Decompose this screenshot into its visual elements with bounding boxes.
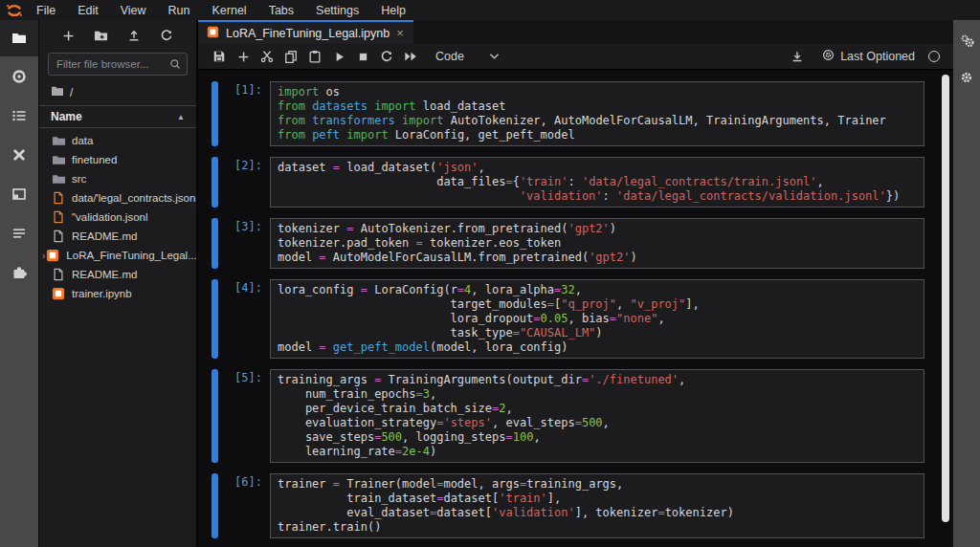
copy-cells-button[interactable] <box>279 50 302 63</box>
file-icon <box>51 267 66 282</box>
file-item[interactable]: ›LoRA_FineTuning_Legal.... <box>39 246 196 265</box>
new-launcher-button[interactable] <box>62 30 75 42</box>
new-folder-button[interactable] <box>94 29 108 43</box>
file-browser-icon[interactable] <box>0 20 38 56</box>
extensions-icon[interactable] <box>0 252 38 292</box>
notebook-content-area: [1]:import os from datasets import load_… <box>198 70 953 547</box>
cell-collapser[interactable] <box>212 157 218 208</box>
file-name: data/'legal_contracts.jsonl <box>72 192 196 204</box>
notebook-icon <box>51 286 66 301</box>
checkpoint-icon <box>822 49 835 64</box>
cell-editor[interactable]: tokenizer = AutoTokenizer.from_pretraine… <box>270 218 924 269</box>
file-item[interactable]: "validation.jsonl <box>39 208 196 227</box>
cell-collapser[interactable] <box>212 369 218 463</box>
notebook-tools-icon[interactable] <box>960 33 974 52</box>
chevron-down-icon <box>489 50 500 63</box>
folder-item[interactable]: src <box>39 169 196 188</box>
paste-cells-button[interactable] <box>303 50 326 63</box>
cell-editor[interactable]: lora_config = LoraConfig(r=4, lora_alpha… <box>270 279 924 359</box>
restart-kernel-button[interactable] <box>375 50 398 63</box>
cell-editor[interactable]: import os from datasets import load_data… <box>270 81 924 146</box>
file-item[interactable]: README.md <box>39 265 196 284</box>
code-cell: [5]:training_args = TrainingArguments(ou… <box>212 369 924 463</box>
cell-execution-prompt: [4]: <box>218 279 270 359</box>
name-column-header[interactable]: Name ▲ <box>39 105 196 128</box>
vertical-scrollbar[interactable] <box>942 75 949 522</box>
menu-item-file[interactable]: File <box>29 4 63 17</box>
cell-editor[interactable]: dataset = load_dataset('json', data_file… <box>270 157 924 208</box>
file-orange-icon <box>51 209 66 225</box>
cell-execution-prompt: [3]: <box>218 218 270 269</box>
cell-collapser[interactable] <box>212 218 218 269</box>
notebook-toolbar: Code Last Optioned <box>198 44 953 70</box>
file-name: finetuned <box>72 154 117 165</box>
property-inspector-icon[interactable] <box>0 135 38 174</box>
menu-item-view[interactable]: View <box>113 4 154 17</box>
file-name: trainer.ipynb <box>72 288 132 299</box>
file-name: data <box>72 135 93 146</box>
file-name: README.md <box>72 230 137 242</box>
save-button[interactable] <box>208 50 231 63</box>
menu-bar: FileEditViewRunKernelTabsSettingsHelp <box>0 0 980 20</box>
file-item[interactable]: data/'legal_contracts.jsonl <box>39 188 196 208</box>
cell-collapser[interactable] <box>212 279 218 359</box>
file-item[interactable]: trainer.ipynb <box>39 284 196 303</box>
menu-item-run[interactable]: Run <box>161 4 198 17</box>
folder-item[interactable]: finetuned <box>39 150 196 169</box>
notebook-panel: LoRA_FineTuning_Legal.ipynb × Code <box>198 20 953 547</box>
cell-editor[interactable]: training_args = TrainingArguments(output… <box>270 369 924 463</box>
search-icon <box>169 56 181 74</box>
code-cell: [4]:lora_config = LoraConfig(r=4, lora_a… <box>212 279 924 359</box>
filter-input[interactable] <box>48 53 188 76</box>
breadcrumb[interactable]: / <box>39 83 196 105</box>
run-cell-button[interactable] <box>327 51 350 63</box>
notebook-tab[interactable]: LoRA_FineTuning_Legal.ipynb × <box>198 20 413 44</box>
cell-type-dropdown[interactable]: Code <box>435 50 500 63</box>
file-name: "validation.jsonl <box>72 211 148 223</box>
folder-item[interactable]: data <box>39 131 196 150</box>
file-item[interactable]: README.md <box>39 227 196 246</box>
menu-item-edit[interactable]: Edit <box>70 4 106 17</box>
folder-icon <box>51 171 66 186</box>
cut-cells-button[interactable] <box>256 50 278 63</box>
home-folder-icon <box>51 85 64 99</box>
file-icon <box>51 229 66 244</box>
upload-button[interactable] <box>127 29 141 42</box>
menu-item-kernel[interactable]: Kernel <box>205 4 255 17</box>
jupyterlab-window: FileEditViewRunKernelTabsSettingsHelp / … <box>0 0 980 547</box>
table-of-contents-icon[interactable] <box>0 213 38 252</box>
file-name: README.md <box>72 269 137 280</box>
cell-editor[interactable]: trainer = Trainer(model=model, args=trai… <box>270 473 924 538</box>
cell-collapser[interactable] <box>212 473 218 538</box>
file-browser-toolbar <box>39 20 196 51</box>
right-sidebar <box>953 20 980 547</box>
menu-item-tabs[interactable]: Tabs <box>261 4 301 17</box>
kernel-status-icon[interactable] <box>928 51 940 62</box>
sort-ascending-icon: ▲ <box>177 113 185 121</box>
cell-type-value: Code <box>435 50 464 63</box>
cell-execution-prompt: [6]: <box>218 473 270 538</box>
running-kernels-icon[interactable] <box>0 56 38 96</box>
checkpoint-label: Last Optioned <box>840 50 915 63</box>
download-button[interactable] <box>786 50 809 63</box>
close-tab-icon[interactable]: × <box>396 26 404 40</box>
menu-item-help[interactable]: Help <box>373 4 413 17</box>
stop-kernel-button[interactable] <box>351 51 374 63</box>
settings-gear-icon[interactable] <box>960 71 973 88</box>
run-all-button[interactable] <box>399 50 422 63</box>
file-name: src <box>72 173 86 185</box>
cell-execution-prompt: [1]: <box>218 81 270 146</box>
menu-item-settings[interactable]: Settings <box>308 4 367 17</box>
refresh-button[interactable] <box>160 29 173 42</box>
notebook-file-icon <box>207 25 219 42</box>
cell-collapser[interactable] <box>212 81 218 146</box>
code-cell: [3]:tokenizer = AutoTokenizer.from_pretr… <box>212 218 924 269</box>
tab-bar: LoRA_FineTuning_Legal.ipynb × <box>198 20 953 44</box>
add-cell-button[interactable] <box>232 51 255 63</box>
file-orange-icon <box>51 190 66 206</box>
open-tabs-icon[interactable] <box>0 174 38 213</box>
jupyter-logo-icon <box>0 3 29 18</box>
activity-bar <box>0 20 38 547</box>
notebook-icon <box>45 248 60 263</box>
command-palette-icon[interactable] <box>0 96 38 135</box>
